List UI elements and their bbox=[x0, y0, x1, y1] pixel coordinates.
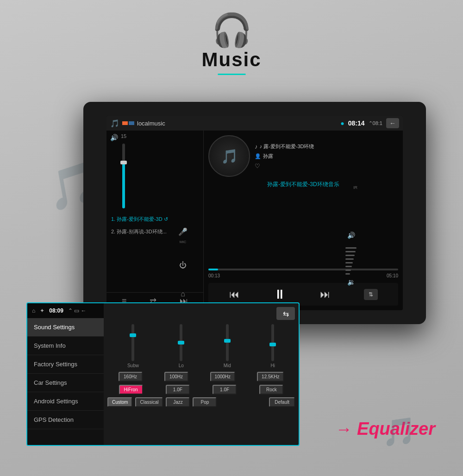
lo-label: Lo bbox=[179, 363, 184, 368]
freq-100hz[interactable]: 100Hz bbox=[164, 372, 188, 382]
preset-custom[interactable]: Custom bbox=[107, 397, 132, 407]
volume-up-icon[interactable]: 🔊 bbox=[347, 232, 355, 239]
eq-freq-row: 160Hz 100Hz 1000Hz 12.5KHz bbox=[107, 372, 295, 382]
volume-down-icon[interactable]: 🔉 bbox=[347, 278, 355, 286]
player-top: 🎵 ♪ ♪ 露-爱到不能爱-3D环绕 👤 孙露 ♡ bbox=[208, 135, 398, 177]
lo-thumb[interactable] bbox=[178, 341, 184, 344]
hi-track[interactable] bbox=[271, 324, 274, 361]
time-display: 08:14 bbox=[348, 119, 365, 127]
sidebar-item-sound-settings[interactable]: Sound Settings bbox=[27, 318, 104, 337]
vol-line bbox=[345, 266, 352, 267]
mid-thumb[interactable] bbox=[224, 339, 231, 343]
home-icon-small: ⌂ bbox=[32, 307, 35, 314]
eq-preset-row2: Custom Classical Jazz Pop Default bbox=[107, 397, 295, 407]
mic-label: MIC bbox=[176, 240, 190, 244]
volume-track[interactable] bbox=[122, 144, 125, 208]
sidebar-item-car-settings[interactable]: Car Settings bbox=[27, 374, 104, 392]
topbar-right: ● 08:14 ⌃08:1 ← bbox=[340, 118, 399, 128]
preset-jazz[interactable]: Jazz bbox=[166, 397, 190, 407]
album-art: 🎵 bbox=[208, 135, 250, 177]
default-button[interactable]: Default bbox=[269, 397, 295, 407]
vol-line bbox=[345, 255, 355, 256]
preset-pop[interactable]: Pop bbox=[193, 397, 217, 407]
mic-button[interactable]: 🎤 bbox=[176, 225, 190, 239]
person-icon: 👤 bbox=[255, 153, 261, 159]
progress-area: 00:13 05:10 bbox=[208, 266, 398, 278]
sidebar-item-android-settings[interactable]: Android Settings bbox=[27, 392, 104, 411]
eq-slider-mid: Mid bbox=[224, 324, 231, 368]
eq-sliders-area: Subw Lo Mid Hi bbox=[107, 322, 295, 368]
eq-channels-button[interactable]: ⇆ bbox=[276, 307, 295, 320]
eq-preset-row1: HiFron 1.0F 1.0F Rock bbox=[107, 385, 295, 395]
flag-icon-1 bbox=[122, 121, 128, 125]
lyrics-text: 孙露-爱到不能爱-3D环绕音乐 bbox=[208, 181, 398, 188]
prev-track-button[interactable]: ⏮ bbox=[229, 288, 239, 301]
car-unit: 🎤 MIC ⏻ ⌂ ↩ ◀ ✦ 🎵 localmusic ● 08:14 ⌃08… bbox=[83, 102, 426, 324]
ir-label: IR bbox=[353, 185, 357, 190]
equalizer-popup: ⌂ ✦ 08:09 ⌃ ▭ ← Sound Settings System In… bbox=[26, 302, 300, 446]
sidebar-item-system-info[interactable]: System Info bbox=[27, 337, 104, 355]
volume-control: 🔊 15 bbox=[106, 131, 203, 211]
back-nav-button[interactable]: ← bbox=[386, 118, 399, 128]
music-app-icon: 🎵 bbox=[110, 119, 119, 128]
vol-line bbox=[345, 269, 351, 271]
bt-icon-small: ✦ bbox=[40, 307, 44, 314]
eq-arrow-icon: → bbox=[336, 420, 352, 439]
volume-thumb[interactable] bbox=[120, 161, 127, 164]
freq-12khz[interactable]: 12.5KHz bbox=[257, 372, 284, 382]
subw-thumb[interactable] bbox=[130, 333, 136, 337]
hi-thumb[interactable] bbox=[269, 343, 276, 346]
eq-sidebar: ⌂ ✦ 08:09 ⌃ ▭ ← Sound Settings System In… bbox=[27, 303, 104, 445]
vol-line bbox=[345, 262, 353, 263]
source-label: localmusic bbox=[137, 120, 338, 127]
freq-160hz[interactable]: 160Hz bbox=[119, 372, 143, 382]
mid-track[interactable] bbox=[226, 324, 229, 361]
preset-hifron[interactable]: HiFron bbox=[119, 385, 143, 395]
mid-label: Mid bbox=[224, 363, 231, 368]
play-pause-button[interactable]: ⏸ bbox=[273, 287, 286, 302]
vol-line bbox=[345, 251, 356, 252]
page-title: Music bbox=[201, 49, 261, 71]
subw-track[interactable] bbox=[131, 324, 134, 361]
home-button[interactable]: ⌂ bbox=[176, 287, 190, 301]
freq-1000hz[interactable]: 1000Hz bbox=[210, 372, 235, 382]
next-track-button[interactable]: ⏭ bbox=[320, 288, 330, 301]
bluetooth-indicator: ● bbox=[340, 119, 344, 127]
preset-1of-2[interactable]: 1.0F bbox=[213, 385, 237, 395]
eq-header: ⇆ bbox=[107, 307, 295, 320]
preset-rock[interactable]: Rock bbox=[259, 385, 283, 395]
equalizer-button[interactable]: ⇅ bbox=[364, 289, 378, 300]
headphone-icon: 🎧 bbox=[201, 14, 261, 46]
music-symbol: ♪ bbox=[255, 143, 258, 150]
vol-line bbox=[345, 247, 357, 249]
eq-main: ⇆ Subw Lo Mid bbox=[104, 303, 299, 445]
volume-slider-container bbox=[121, 134, 126, 208]
subw-label: Subw bbox=[127, 363, 139, 368]
vol-line bbox=[345, 258, 354, 260]
lo-track[interactable] bbox=[180, 324, 182, 361]
eq-topbar: ⌂ ✦ 08:09 ⌃ ▭ ← bbox=[27, 303, 104, 318]
flag-icon-2 bbox=[129, 121, 134, 125]
sidebar-item-factory-settings[interactable]: Factory Settings bbox=[27, 355, 104, 374]
track-title-text: ♪ 露-爱到不能爱-3D环绕 bbox=[260, 143, 314, 150]
hi-label: Hi bbox=[271, 363, 275, 368]
sidebar-item-gps-detection[interactable]: GPS Detection bbox=[27, 411, 104, 429]
time-current: 00:13 bbox=[208, 273, 220, 278]
eq-topbar-icons: ⌃ ▭ ← bbox=[68, 307, 87, 314]
progress-bar[interactable] bbox=[208, 269, 398, 270]
preset-1of-1[interactable]: 1.0F bbox=[166, 385, 190, 395]
preset-classical[interactable]: Classical bbox=[135, 397, 163, 407]
progress-fill bbox=[208, 269, 218, 270]
player-panel: 🎵 ♪ ♪ 露-爱到不能爱-3D环绕 👤 孙露 ♡ 孙露-爱到不能爱-3D环绕 bbox=[204, 131, 403, 310]
screen-topbar: 🎵 localmusic ● 08:14 ⌃08:1 ← bbox=[106, 116, 403, 131]
power-button[interactable]: ⏻ bbox=[176, 258, 190, 272]
eq-slider-hi: Hi bbox=[271, 324, 275, 368]
eq-time: 08:09 bbox=[49, 307, 63, 314]
favorite-button[interactable]: ♡ bbox=[255, 163, 398, 169]
vol-line bbox=[345, 273, 350, 275]
volume-lines bbox=[345, 247, 357, 275]
time-labels: 00:13 05:10 bbox=[208, 273, 398, 278]
track-artist: 👤 孙露 bbox=[255, 153, 398, 160]
title-underline bbox=[218, 74, 245, 75]
eq-slider-subw: Subw bbox=[127, 324, 139, 368]
